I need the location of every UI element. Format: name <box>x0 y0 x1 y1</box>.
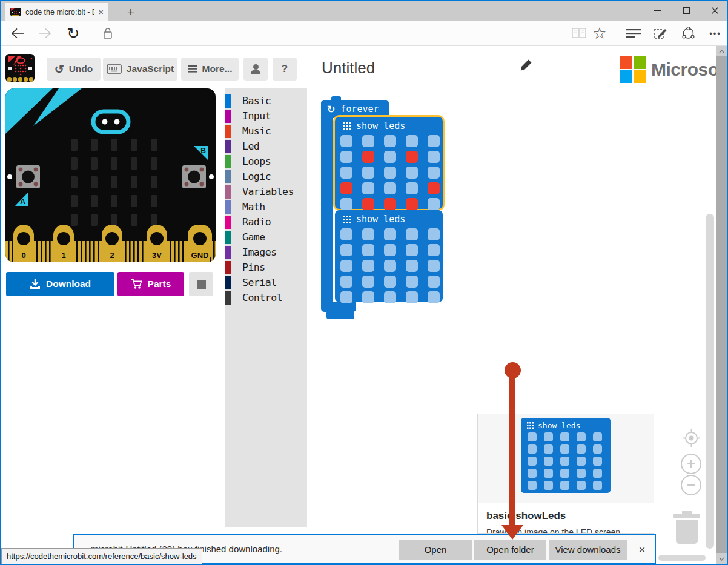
led-cell-off[interactable] <box>593 432 602 441</box>
more-actions-button[interactable]: ••• <box>706 25 725 41</box>
category-item[interactable]: Pins <box>225 260 307 275</box>
forever-block[interactable]: ↻ forever <box>321 100 389 118</box>
category-item[interactable]: Images <box>225 245 307 260</box>
led-cell-off[interactable] <box>577 457 586 466</box>
led-cell-off[interactable] <box>340 276 352 288</box>
led-cell-off[interactable] <box>362 167 374 179</box>
led-cell-off[interactable] <box>340 135 352 147</box>
led-cell-off[interactable] <box>406 276 418 288</box>
led-cell-off[interactable] <box>528 457 537 466</box>
new-tab-button[interactable]: + <box>119 3 142 21</box>
browser-tab[interactable]: code the micro:bit - Blo × <box>5 3 108 21</box>
reading-view-button[interactable] <box>571 27 587 39</box>
category-item[interactable]: Radio <box>225 214 307 230</box>
led-cell-off[interactable] <box>593 481 602 490</box>
led-cell-off[interactable] <box>544 457 553 466</box>
workspace-horizontal-scrollbar[interactable] <box>658 555 706 561</box>
led-cell-off[interactable] <box>428 291 440 303</box>
led-cell-off[interactable] <box>528 444 537 454</box>
led-cell-off[interactable] <box>428 244 440 256</box>
led-cell-off[interactable] <box>544 444 553 454</box>
undo-button[interactable]: ↺ Undo <box>47 58 101 81</box>
led-cell-off[interactable] <box>406 291 418 303</box>
workspace-vertical-scrollbar[interactable] <box>706 214 714 549</box>
trash-button[interactable] <box>673 511 700 544</box>
led-cell-on[interactable] <box>362 198 374 210</box>
project-title[interactable]: Untitled <box>322 59 375 78</box>
more-button[interactable]: More... <box>181 58 239 81</box>
category-item[interactable]: Math <box>225 199 307 214</box>
led-cell-off[interactable] <box>340 291 352 303</box>
led-cell-off[interactable] <box>560 432 569 441</box>
back-button[interactable] <box>10 27 25 40</box>
forward-button[interactable] <box>37 27 53 40</box>
led-cell-off[interactable] <box>384 151 396 163</box>
led-cell-off[interactable] <box>593 444 602 454</box>
category-item[interactable]: Input <box>225 108 307 124</box>
open-button[interactable]: Open <box>399 540 472 560</box>
web-note-button[interactable] <box>652 27 669 40</box>
close-notification-button[interactable]: × <box>632 540 652 560</box>
led-cell-off[interactable] <box>384 260 396 272</box>
stop-button[interactable] <box>189 272 213 296</box>
led-cell-off[interactable] <box>340 244 352 256</box>
show-leds-block-1[interactable]: show leds <box>335 117 443 209</box>
sim-button-b[interactable] <box>182 165 206 188</box>
led-cell-off[interactable] <box>428 260 440 272</box>
led-cell-on[interactable] <box>362 151 374 163</box>
led-cell-off[interactable] <box>340 198 352 210</box>
led-cell-off[interactable] <box>384 291 396 303</box>
led-cell-off[interactable] <box>384 182 396 194</box>
zoom-in-button[interactable]: + <box>681 454 701 474</box>
led-cell-off[interactable] <box>528 481 537 490</box>
led-cell-off[interactable] <box>428 167 440 179</box>
led-cell-off[interactable] <box>340 167 352 179</box>
led-cell-off[interactable] <box>362 291 374 303</box>
led-cell-off[interactable] <box>384 228 396 240</box>
led-cell-off[interactable] <box>577 444 586 454</box>
led-cell-off[interactable] <box>593 469 602 478</box>
show-leds-block-2[interactable]: show leds <box>335 210 443 302</box>
led-cell-off[interactable] <box>362 228 374 240</box>
led-cell-off[interactable] <box>340 260 352 272</box>
led-cell-on[interactable] <box>406 198 418 210</box>
minimize-button[interactable] <box>644 1 671 20</box>
led-cell-off[interactable] <box>593 457 602 466</box>
led-cell-off[interactable] <box>406 244 418 256</box>
led-cell-off[interactable] <box>362 260 374 272</box>
led-cell-off[interactable] <box>428 198 440 210</box>
zoom-out-button[interactable]: − <box>681 475 701 495</box>
scrollbar-thumb[interactable] <box>716 56 727 553</box>
download-button[interactable]: Download <box>6 272 114 296</box>
open-folder-button[interactable]: Open folder <box>474 540 546 560</box>
led-cell-off[interactable] <box>340 228 352 240</box>
scroll-down-button[interactable] <box>716 553 727 564</box>
maximize-button[interactable] <box>673 1 700 20</box>
led-cell-off[interactable] <box>406 182 418 194</box>
led-cell-off[interactable] <box>544 432 553 441</box>
led-cell-off[interactable] <box>560 469 569 478</box>
led-cell-off[interactable] <box>577 469 586 478</box>
led-cell-off[interactable] <box>406 260 418 272</box>
rename-pencil-icon[interactable] <box>519 58 534 72</box>
led-cell-off[interactable] <box>362 135 374 147</box>
help-button[interactable]: ? <box>273 58 297 81</box>
account-button[interactable] <box>243 58 268 81</box>
led-cell-off[interactable] <box>428 151 440 163</box>
led-cell-off[interactable] <box>560 481 569 490</box>
microbit-simulator[interactable]: A B <box>5 88 216 262</box>
sim-button-a[interactable] <box>16 165 40 188</box>
led-cell-off[interactable] <box>362 244 374 256</box>
led-cell-off[interactable] <box>384 167 396 179</box>
parts-button[interactable]: Parts <box>117 272 184 296</box>
browser-scrollbar[interactable] <box>716 46 727 564</box>
close-window-button[interactable] <box>701 1 728 20</box>
category-item[interactable]: Control <box>225 290 307 305</box>
docs-card[interactable]: show leds basic.showLeds Draws an image … <box>477 414 654 534</box>
category-item[interactable]: Logic <box>225 169 307 184</box>
category-item[interactable]: Variables <box>225 184 307 199</box>
led-cell-off[interactable] <box>560 444 569 454</box>
close-tab-icon[interactable]: × <box>98 7 104 17</box>
led-cell-off[interactable] <box>406 135 418 147</box>
view-downloads-button[interactable]: View downloads <box>549 540 627 560</box>
